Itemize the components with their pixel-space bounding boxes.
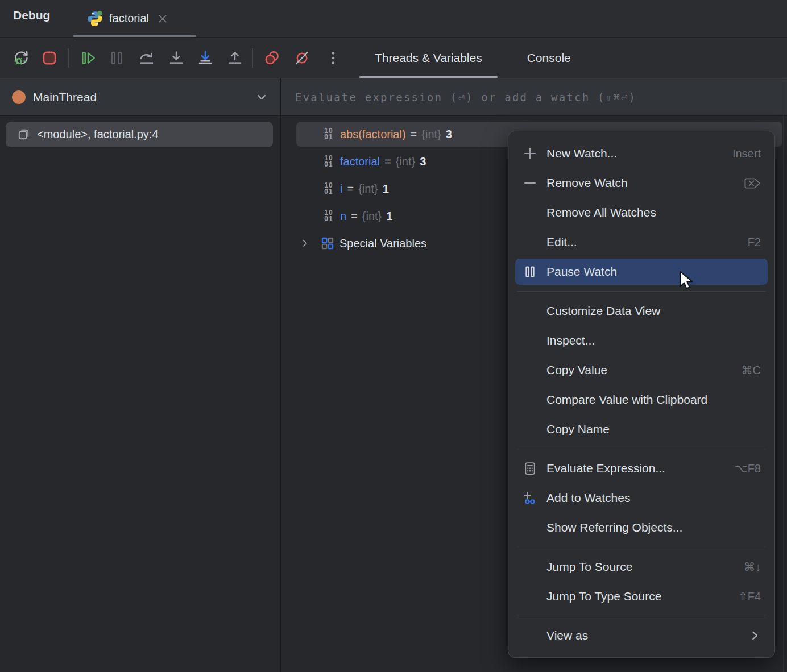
menu-item-icon-placeholder — [523, 334, 537, 347]
toolbar-separator — [252, 48, 253, 68]
tab-label: Threads & Variables — [375, 51, 482, 65]
menu-item-shortcut: F2 — [748, 236, 761, 249]
window-title: Debug — [13, 9, 50, 22]
menu-item-jump-to-source[interactable]: Jump To Source⌘↓ — [508, 552, 774, 582]
titlebar: Debug factorial — [0, 0, 787, 38]
menu-item-label: Copy Name — [546, 422, 610, 436]
step-out-icon — [226, 49, 243, 67]
evaluate-placeholder: Evaluate expression (⏎) or add a watch (… — [295, 91, 636, 103]
step-out-button[interactable] — [226, 49, 243, 67]
frame-icon — [17, 128, 30, 141]
equals-sign: = — [351, 210, 358, 223]
tab-console[interactable]: Console — [512, 38, 586, 78]
menu-item-shortcut: ⌘C — [742, 363, 761, 377]
calculator-icon — [523, 462, 537, 475]
menu-item-icon-placeholder — [523, 304, 537, 318]
variable-value-icon: 1001 — [321, 182, 336, 195]
menu-item-pause-watch[interactable]: Pause Watch — [508, 257, 774, 287]
view-breakpoints-button[interactable] — [263, 49, 280, 67]
python-icon — [86, 10, 103, 27]
tab-label: Console — [527, 51, 571, 65]
menu-item-customize-data-view[interactable]: Customize Data View — [508, 296, 774, 326]
stack-frame-row[interactable]: <module>, factorial.py:4 — [6, 122, 273, 147]
menu-item-jump-to-type-source[interactable]: Jump To Type Source⇧F4 — [508, 582, 774, 611]
debug-toolbar: Threads & VariablesConsole — [0, 38, 787, 78]
thread-selector[interactable]: MainThread — [0, 78, 280, 116]
more-options-button[interactable] — [325, 49, 342, 67]
thread-name: MainThread — [33, 90, 97, 104]
menu-item-icon-placeholder — [523, 521, 537, 534]
menu-item-label: Add to Watches — [546, 491, 630, 505]
mouse-cursor — [678, 271, 695, 292]
value: 3 — [446, 128, 452, 141]
menu-item-icon-placeholder — [523, 560, 537, 574]
thread-status-icon — [12, 90, 26, 104]
menu-item-label: Copy Value — [546, 363, 607, 377]
menu-item-remove-all-watches[interactable]: Remove All Watches — [508, 198, 774, 227]
menu-item-label: Customize Data View — [546, 304, 660, 318]
pause-icon — [523, 265, 537, 279]
menu-item-label: Pause Watch — [546, 265, 617, 279]
value: 3 — [420, 155, 426, 168]
equals-sign: = — [411, 128, 417, 141]
step-into-icon — [168, 49, 185, 67]
value-type: {int} — [396, 155, 415, 168]
pause-program-button[interactable] — [108, 49, 125, 67]
menu-item-icon-placeholder — [523, 629, 537, 642]
frames-panel: MainThread <module>, factorial.py:4 — [0, 78, 281, 672]
toolbar-separator — [68, 48, 69, 68]
variable-name: n — [340, 210, 346, 223]
stop-button[interactable] — [41, 49, 58, 67]
tab-threads-variables[interactable]: Threads & Variables — [359, 38, 498, 78]
menu-item-new-watch[interactable]: New Watch...Insert — [508, 139, 774, 168]
step-into-button[interactable] — [168, 49, 185, 67]
menu-item-compare-value-with-clipboard[interactable]: Compare Value with Clipboard — [508, 385, 774, 414]
menu-item-label: Inspect... — [546, 334, 595, 347]
variable-value-icon: 1001 — [321, 128, 336, 140]
plus-icon — [523, 147, 537, 160]
menu-item-shortcut: ⌥F8 — [735, 462, 761, 475]
step-over-button[interactable] — [138, 49, 155, 67]
resume-button[interactable] — [80, 49, 97, 67]
menu-separator — [517, 449, 766, 449]
menu-item-label: Show Referring Objects... — [546, 521, 682, 534]
mute-breakpoints-icon — [293, 49, 310, 67]
menu-item-label: Jump To Source — [546, 560, 632, 574]
scrollbar-track[interactable] — [783, 78, 784, 672]
menu-item-label: View as — [546, 629, 588, 642]
menu-item-label: Evaluate Expression... — [546, 462, 665, 475]
variable-value-icon: 1001 — [321, 210, 336, 222]
tab-active-indicator — [73, 35, 196, 37]
menu-item-view-as[interactable]: View as — [508, 621, 774, 650]
value-type: {int} — [421, 128, 441, 141]
menu-item-show-referring-objects[interactable]: Show Referring Objects... — [508, 513, 774, 542]
menu-item-copy-value[interactable]: Copy Value⌘C — [508, 355, 774, 385]
special-variables-icon — [321, 237, 334, 250]
resume-icon — [80, 49, 97, 67]
menu-item-copy-name[interactable]: Copy Name — [508, 414, 774, 444]
menu-item-inspect[interactable]: Inspect... — [508, 326, 774, 355]
variable-name: i — [340, 182, 342, 196]
menu-item-label: Remove All Watches — [546, 206, 656, 219]
close-icon[interactable] — [157, 13, 168, 24]
variable-value-icon: 1001 — [321, 155, 336, 168]
menu-item-icon-placeholder — [523, 590, 537, 603]
evaluate-expression-bar[interactable]: Evaluate expression (⏎) or add a watch (… — [281, 78, 787, 116]
menu-item-evaluate-expression[interactable]: Evaluate Expression...⌥F8 — [508, 454, 774, 483]
rerun-debug-icon — [13, 49, 30, 67]
more-options-icon — [325, 49, 342, 67]
add-to-watches-icon — [523, 491, 537, 505]
force-step-into-button[interactable] — [197, 49, 214, 67]
rerun-debug-button[interactable] — [13, 49, 30, 67]
value-type: {int} — [358, 182, 378, 196]
chevron-down-icon[interactable] — [255, 90, 268, 104]
expand-chevron-icon[interactable] — [300, 238, 310, 248]
menu-item-add-to-watches[interactable]: Add to Watches — [508, 483, 774, 513]
debug-session-tab[interactable]: factorial — [73, 0, 196, 37]
menu-separator — [517, 616, 766, 616]
group-label: Special Variables — [339, 237, 426, 250]
delete-key-icon — [744, 177, 761, 189]
menu-item-edit[interactable]: Edit...F2 — [508, 227, 774, 257]
menu-item-remove-watch[interactable]: Remove Watch — [508, 168, 774, 198]
mute-breakpoints-button[interactable] — [293, 49, 310, 67]
